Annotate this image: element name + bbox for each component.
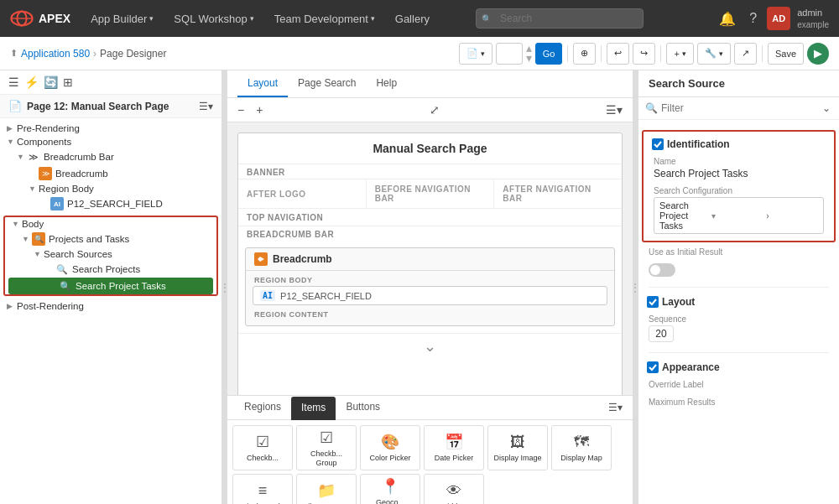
zoom-in-button[interactable]: + bbox=[253, 101, 266, 118]
tree-item-components[interactable]: ▼ Components bbox=[0, 135, 221, 148]
tree-item-search-sources[interactable]: ▼ Search Sources bbox=[5, 247, 216, 261]
notifications-button[interactable]: 🔔 bbox=[716, 8, 739, 30]
refresh-icon[interactable]: 🔄 bbox=[44, 75, 58, 89]
filter-options-button[interactable]: ⌄ bbox=[821, 101, 832, 116]
duplicate-button[interactable]: ⊕ bbox=[573, 43, 596, 65]
layout-section-header[interactable]: Layout bbox=[638, 293, 839, 311]
nav-item-team-dev[interactable]: Team Development ▾ bbox=[268, 9, 382, 29]
global-search-input[interactable] bbox=[476, 8, 644, 29]
canvas-toolbar: − + ⤢ ☰▾ bbox=[227, 98, 633, 122]
appearance-label: Appearance bbox=[662, 361, 831, 373]
apex-logo[interactable]: APEX bbox=[10, 10, 70, 27]
bottom-panel-menu-button[interactable]: ☰▾ bbox=[605, 400, 626, 415]
tab-help[interactable]: Help bbox=[366, 70, 407, 97]
appearance-section-header[interactable]: Appearance bbox=[638, 358, 839, 377]
share-button[interactable]: ↗ bbox=[734, 43, 757, 65]
help-button[interactable]: ? bbox=[746, 8, 760, 29]
page-title-display: Manual Search Page bbox=[238, 133, 622, 164]
undo-button[interactable]: ↩ bbox=[607, 43, 629, 65]
layout-section: Layout Sequence 20 bbox=[638, 293, 839, 346]
chevron-right-icon: ▶ bbox=[7, 302, 17, 310]
chevron-down-icon: ▼ bbox=[29, 184, 39, 193]
panel-menu-button[interactable]: ☰▾ bbox=[199, 101, 213, 112]
identification-label: Identification bbox=[667, 138, 826, 150]
chevron-down-icon: ▼ bbox=[22, 235, 32, 243]
search-source-active-icon: 🔍 bbox=[59, 279, 72, 293]
identification-section-header[interactable]: Identification bbox=[644, 135, 834, 153]
canvas-menu-button[interactable]: ☰▾ bbox=[602, 101, 626, 118]
use-initial-toggle[interactable] bbox=[649, 263, 675, 277]
bottom-tab-bar: Regions Items Buttons ☰▾ bbox=[227, 396, 633, 420]
tree-item-projects-tasks[interactable]: ▼ 🔍 Projects and Tasks bbox=[5, 231, 216, 247]
app-link[interactable]: Application 580 bbox=[21, 48, 90, 60]
chevron-down-icon: ▾ bbox=[371, 14, 375, 23]
tree-item-body[interactable]: ▼ Body bbox=[5, 217, 216, 231]
tree-item-search-field[interactable]: AI P12_SEARCH_FIELD bbox=[0, 195, 221, 212]
item-geocode-address[interactable]: 📍 Geoco... Address bbox=[360, 474, 420, 504]
tree-item-post-rendering[interactable]: ▶ Post-Rendering bbox=[0, 299, 221, 313]
zoom-out-button[interactable]: − bbox=[234, 101, 248, 118]
tree-item-pre-rendering[interactable]: ▶ Pre-Rendering bbox=[0, 122, 221, 135]
run-button[interactable]: ▶ bbox=[807, 43, 829, 65]
tab-layout[interactable]: Layout bbox=[237, 70, 288, 97]
chevron-down-icon: ▾ bbox=[711, 211, 763, 221]
left-panel: ☰ ⚡ 🔄 ⊞ 📄 Page 12: Manual Search Page ☰▾… bbox=[0, 70, 222, 504]
tree-item-region-body[interactable]: ▼ Region Body bbox=[0, 182, 221, 195]
after-nav-zone: AFTER NAVIGATION BAR bbox=[494, 179, 622, 208]
region-body-section: REGION BODY AI P12_SEARCH_FIELD bbox=[246, 271, 614, 309]
page-number-stepper[interactable]: ▴▾ bbox=[526, 44, 532, 63]
section-check-icon bbox=[647, 361, 659, 373]
item-hidden[interactable]: 👁 Hidden bbox=[424, 474, 484, 504]
display-map-icon: 🗺 bbox=[574, 434, 589, 451]
save-button[interactable]: Save bbox=[768, 43, 804, 65]
breadcrumb-bar-icon: ≫ bbox=[27, 150, 40, 164]
tree-view-icon[interactable]: ☰ bbox=[8, 75, 19, 89]
tree-item-search-project-tasks[interactable]: 🔍 Search Project Tasks bbox=[8, 278, 213, 294]
tab-page-search[interactable]: Page Search bbox=[288, 70, 366, 97]
lightning-icon[interactable]: ⚡ bbox=[24, 75, 39, 89]
tab-items[interactable]: Items bbox=[291, 397, 336, 420]
drop-indicator: ⌄ bbox=[238, 334, 622, 359]
search-field-item[interactable]: AI P12_SEARCH_FIELD bbox=[253, 286, 607, 305]
tab-buttons[interactable]: Buttons bbox=[336, 396, 390, 419]
search-config-select[interactable]: Search Project Tasks ▾ › bbox=[654, 197, 824, 234]
nav-item-app-builder[interactable]: App Builder ▾ bbox=[84, 9, 160, 29]
right-panel: Search Source 🔍 ⌄ Identification Name Se… bbox=[638, 70, 839, 504]
left-panel-header: ☰ ⚡ 🔄 ⊞ bbox=[0, 70, 221, 95]
section-check-icon bbox=[652, 138, 664, 150]
nav-item-sql-workshop[interactable]: SQL Workshop ▾ bbox=[167, 9, 260, 29]
before-nav-zone: BEFORE NAVIGATION BAR bbox=[367, 179, 495, 208]
item-checkbox-group[interactable]: ☑ Checkb... Group bbox=[296, 425, 357, 470]
redo-button[interactable]: ↪ bbox=[633, 43, 655, 65]
add-button[interactable]: +▾ bbox=[666, 43, 693, 65]
item-file-browse[interactable]: 📁 File Browse... bbox=[296, 474, 357, 504]
page-number-input[interactable]: 12 bbox=[496, 43, 523, 65]
date-picker-icon: 📅 bbox=[445, 433, 463, 451]
chevron-down-icon: ▼ bbox=[34, 250, 44, 258]
region-content-section: REGION CONTENT bbox=[246, 309, 614, 325]
canvas-area: Manual Search Page BANNER AFTER LOGO BEF… bbox=[227, 122, 633, 395]
tab-regions[interactable]: Regions bbox=[234, 396, 291, 419]
filter-input[interactable] bbox=[661, 102, 817, 114]
avatar[interactable]: AD bbox=[767, 7, 790, 30]
item-display-only[interactable]: ≡ Display Only bbox=[232, 474, 293, 504]
main-layout: ☰ ⚡ 🔄 ⊞ 📄 Page 12: Manual Search Page ☰▾… bbox=[0, 70, 839, 504]
tree-item-search-projects[interactable]: 🔍 Search Projects bbox=[5, 261, 216, 278]
grid-icon[interactable]: ⊞ bbox=[63, 75, 73, 89]
geocode-icon: 📍 bbox=[381, 477, 399, 496]
nav-item-gallery[interactable]: Gallery bbox=[388, 9, 436, 29]
right-panel-header: Search Source bbox=[638, 70, 839, 97]
new-page-button[interactable]: 📄 ▾ bbox=[459, 43, 492, 65]
item-checkbox[interactable]: ☑ Checkb... bbox=[232, 425, 293, 470]
item-color-picker[interactable]: 🎨 Color Picker bbox=[360, 425, 420, 470]
page-designer-label: Page Designer bbox=[100, 48, 166, 60]
item-display-image[interactable]: 🖼 Display Image bbox=[487, 425, 548, 470]
item-date-picker[interactable]: 📅 Date Picker bbox=[424, 425, 484, 470]
sequence-field: Sequence 20 bbox=[638, 311, 839, 346]
go-button[interactable]: Go bbox=[535, 43, 563, 65]
expand-button[interactable]: ⤢ bbox=[426, 101, 443, 118]
settings-button[interactable]: 🔧▾ bbox=[697, 43, 731, 65]
tree-item-breadcrumb-bar[interactable]: ▼ ≫ Breadcrumb Bar bbox=[0, 148, 221, 165]
tree-item-breadcrumb[interactable]: ≫ Breadcrumb bbox=[0, 165, 221, 182]
item-display-map[interactable]: 🗺 Display Map bbox=[551, 425, 612, 470]
